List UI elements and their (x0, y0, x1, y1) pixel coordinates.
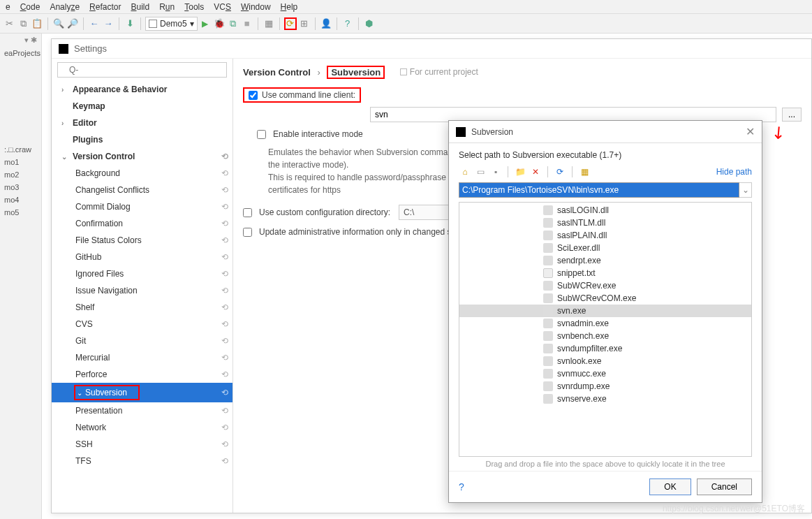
run-config-dropdown[interactable]: Demo5 ▾ (145, 17, 198, 31)
file-row[interactable]: svnbench.exe (459, 330, 751, 342)
tree-mercurial[interactable]: Mercurial⟲ (52, 349, 232, 366)
file-row[interactable]: SubWCRevCOM.exe (459, 292, 751, 305)
window-titlebar: Settings (52, 39, 811, 59)
home-icon[interactable]: ⌂ (459, 166, 471, 178)
delete-icon[interactable]: ✕ (529, 166, 542, 178)
tree-confirmation[interactable]: Confirmation⟲ (52, 215, 232, 232)
project-icon[interactable]: ▭ (474, 166, 487, 178)
file-row[interactable]: svn.exe (459, 305, 751, 317)
hide-path-link[interactable]: Hide path (716, 167, 752, 177)
file-row[interactable]: saslPLAIN.dll (459, 229, 751, 242)
use-cmd-checkbox[interactable] (249, 91, 258, 100)
list-item[interactable]: mo3 (0, 181, 41, 193)
ok-button[interactable]: OK (649, 478, 691, 495)
file-row[interactable]: svnadmin.exe (459, 317, 751, 330)
enable-interactive-checkbox[interactable] (257, 130, 266, 139)
stop-icon[interactable]: ■ (241, 17, 253, 30)
menu-run[interactable]: Run (159, 2, 175, 12)
avatar-icon[interactable]: 👤 (320, 17, 332, 30)
tree-git[interactable]: Git⟲ (52, 332, 232, 349)
profile-icon[interactable]: ▦ (263, 17, 275, 30)
tree-changelist-conflicts[interactable]: Changelist Conflicts⟲ (52, 182, 232, 198)
path-input[interactable] (459, 182, 739, 198)
list-item[interactable]: mo1 (0, 156, 41, 168)
file-row[interactable]: svnrdump.exe (459, 380, 751, 393)
back-icon[interactable]: ← (88, 17, 101, 30)
refresh-icon[interactable]: ⟳ (554, 166, 566, 178)
settings-tree[interactable]: ›Appearance & Behavior Keymap ›Editor Pl… (52, 81, 232, 513)
list-item[interactable]: mo4 (0, 193, 41, 206)
file-row[interactable]: sendrpt.exe (459, 254, 751, 267)
browse-button[interactable]: ... (782, 108, 802, 122)
tree-keymap[interactable]: Keymap (52, 98, 232, 115)
update-admin-checkbox[interactable] (243, 228, 252, 237)
menu-tools[interactable]: Tools (184, 2, 204, 12)
update-project-icon[interactable]: ⟳ (284, 17, 297, 30)
menu-window[interactable]: Window (241, 2, 271, 12)
file-row[interactable]: SubWCRev.exe (459, 279, 751, 292)
menu-e[interactable]: e (6, 2, 10, 12)
file-row[interactable]: saslNTLM.dll (459, 217, 751, 229)
file-row[interactable]: svnserve.exe (459, 393, 751, 405)
help-icon[interactable]: ? (341, 17, 354, 30)
file-tree[interactable]: saslLOGIN.dllsaslNTLM.dllsaslPLAIN.dllSc… (459, 202, 752, 457)
file-row[interactable]: svndumpfilter.exe (459, 342, 751, 355)
scissors-icon[interactable]: ✂ (3, 17, 15, 30)
tree-appearance[interactable]: ›Appearance & Behavior (52, 81, 232, 98)
file-row[interactable]: snippet.txt (459, 267, 751, 279)
plugin-icon[interactable]: ⬢ (363, 17, 376, 30)
tree-perforce[interactable]: Perforce⟲ (52, 366, 232, 383)
tree-subversion[interactable]: ⌄Subversion⟲ (52, 383, 232, 402)
tree-commit-dialog[interactable]: Commit Dialog⟲ (52, 198, 232, 215)
tree-github[interactable]: GitHub⟲ (52, 249, 232, 265)
tree-ssh[interactable]: SSH⟲ (52, 436, 232, 453)
replace-icon[interactable]: 🔎 (66, 17, 79, 30)
tree-network[interactable]: Network⟲ (52, 419, 232, 436)
copy-icon[interactable]: ⧉ (17, 17, 29, 30)
find-icon[interactable]: 🔍 (52, 17, 65, 30)
debug-icon[interactable]: 🐞 (213, 17, 226, 30)
breadcrumb-root[interactable]: Version Control (243, 67, 311, 78)
menu-vcs[interactable]: VCS (214, 2, 231, 12)
file-row[interactable]: saslLOGIN.dll (459, 204, 751, 217)
menu-build[interactable]: Build (131, 2, 149, 12)
history-icon[interactable]: ⌄ (739, 182, 752, 198)
tree-file-status-colors[interactable]: File Status Colors⟲ (52, 232, 232, 249)
build-icon[interactable]: ⬇ (124, 17, 136, 30)
run-icon[interactable]: ▶ (199, 17, 212, 30)
tree-cvs[interactable]: CVS⟲ (52, 316, 232, 332)
list-item[interactable]: mo2 (0, 168, 41, 181)
paste-icon[interactable]: 📋 (31, 17, 43, 30)
list-item[interactable]: mo5 (0, 206, 41, 219)
tree-issue-navigation[interactable]: Issue Navigation⟲ (52, 282, 232, 299)
show-hidden-icon[interactable]: ▦ (578, 166, 591, 178)
tree-vc[interactable]: ⌄Version Control⟲ (52, 148, 232, 165)
tree-presentation[interactable]: Presentation⟲ (52, 402, 232, 419)
commit-icon[interactable]: ⊞ (298, 17, 311, 30)
file-row[interactable]: svnlook.exe (459, 355, 751, 367)
help-icon[interactable]: ? (459, 481, 464, 492)
search-input[interactable] (57, 62, 227, 78)
menu-analyze[interactable]: Analyze (50, 2, 80, 12)
coverage-icon[interactable]: ⧉ (227, 17, 239, 30)
tree-plugins[interactable]: Plugins (52, 131, 232, 148)
tree-ignored-files[interactable]: Ignored Files⟲ (52, 265, 232, 282)
close-icon[interactable]: ✕ (746, 125, 755, 138)
tree-shelf[interactable]: Shelf⟲ (52, 299, 232, 316)
file-row[interactable]: SciLexer.dll (459, 242, 751, 254)
cancel-button[interactable]: Cancel (697, 478, 752, 495)
menu-code[interactable]: Code (20, 2, 40, 12)
tree-tfs[interactable]: TFS⟲ (52, 453, 232, 469)
menu-help[interactable]: Help (281, 2, 298, 12)
file-icon (543, 394, 553, 404)
forward-icon[interactable]: → (102, 17, 115, 30)
file-name: sendrpt.exe (557, 256, 601, 265)
tree-background[interactable]: Background⟲ (52, 165, 232, 182)
tree-editor[interactable]: ›Editor (52, 115, 232, 131)
module-icon[interactable]: ▪ (489, 166, 502, 178)
new-folder-icon[interactable]: 📁 (514, 166, 526, 178)
menu-refactor[interactable]: Refactor (89, 2, 121, 12)
file-row[interactable]: svnmucc.exe (459, 367, 751, 380)
file-icon (543, 243, 553, 253)
use-custom-dir-checkbox[interactable] (243, 208, 252, 217)
